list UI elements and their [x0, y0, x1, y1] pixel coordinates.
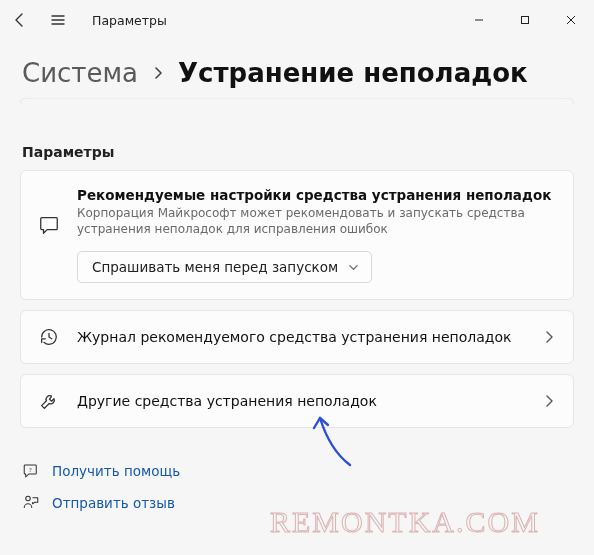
recommendation-mode-dropdown[interactable]: Спрашивать меня перед запуском: [77, 251, 372, 283]
breadcrumb-parent[interactable]: Система: [22, 58, 138, 88]
page-title: Устранение неполадок: [178, 58, 528, 88]
card-title: Журнал рекомендуемого средства устранени…: [77, 329, 527, 345]
chat-icon: [37, 213, 61, 237]
titlebar: Параметры: [0, 0, 594, 40]
maximize-button[interactable]: [502, 4, 548, 36]
svg-text:?: ?: [29, 466, 32, 473]
breadcrumb: Система Устранение неполадок: [0, 40, 594, 92]
svg-point-2: [26, 497, 31, 502]
chevron-right-icon: [543, 331, 555, 343]
app-title: Параметры: [92, 13, 167, 28]
card-body: Рекомендуемые настройки средства устране…: [77, 187, 555, 283]
chevron-right-icon: [152, 67, 164, 79]
troubleshoot-history-card[interactable]: Журнал рекомендуемого средства устранени…: [20, 310, 574, 364]
card-subtitle: Корпорация Майкрософт может рекомендоват…: [77, 205, 555, 237]
recommended-settings-card: Рекомендуемые настройки средства устране…: [20, 170, 574, 300]
minimize-button[interactable]: [456, 4, 502, 36]
other-troubleshooters-card[interactable]: Другие средства устранения неполадок: [20, 374, 574, 428]
card-title: Рекомендуемые настройки средства устране…: [77, 187, 555, 203]
link-label: Отправить отзыв: [52, 495, 175, 511]
chevron-right-icon: [543, 395, 555, 407]
divider: [20, 98, 574, 112]
card-body: Журнал рекомендуемого средства устранени…: [77, 329, 527, 345]
section-label: Параметры: [0, 112, 594, 170]
card-body: Другие средства устранения неполадок: [77, 393, 527, 409]
help-links: ? Получить помощь Отправить отзыв: [0, 428, 594, 512]
link-label: Получить помощь: [52, 463, 180, 479]
hamburger-menu-icon[interactable]: [48, 10, 68, 30]
wrench-icon: [37, 389, 61, 413]
card-title: Другие средства устранения неполадок: [77, 393, 527, 409]
history-icon: [37, 325, 61, 349]
titlebar-left: Параметры: [10, 10, 167, 30]
svg-rect-0: [522, 17, 529, 24]
back-button[interactable]: [10, 10, 30, 30]
window-controls: [456, 4, 594, 36]
close-button[interactable]: [548, 4, 594, 36]
feedback-icon: [22, 494, 40, 512]
send-feedback-link[interactable]: Отправить отзыв: [22, 494, 572, 512]
chevron-down-icon: [348, 262, 359, 273]
cards-container: Рекомендуемые настройки средства устране…: [0, 170, 594, 428]
dropdown-value: Спрашивать меня перед запуском: [92, 259, 338, 275]
help-icon: ?: [22, 462, 40, 480]
get-help-link[interactable]: ? Получить помощь: [22, 462, 572, 480]
